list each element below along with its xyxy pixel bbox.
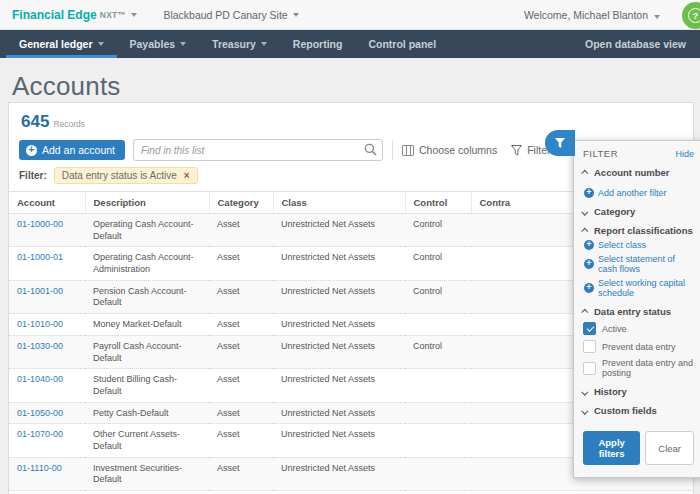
filter-tag[interactable]: Data entry status is Active × [54, 167, 198, 184]
filter-panel-toggle[interactable] [545, 130, 575, 156]
table-cell [405, 457, 471, 490]
table-cell: Permanently Restricted Net Assets [273, 491, 405, 494]
add-account-button[interactable]: + Add an account [19, 140, 125, 160]
nav-item-label: Payables [130, 38, 176, 50]
nav-item-general-ledger[interactable]: General ledger [6, 30, 117, 58]
table-cell [405, 402, 471, 424]
filter-section-label: Custom fields [594, 405, 657, 416]
chevron-down-icon [98, 42, 104, 46]
search-input[interactable] [133, 139, 383, 161]
column-header-category[interactable]: Category [209, 192, 273, 214]
nav-item-control-panel[interactable]: Control panel [355, 30, 449, 58]
table-cell: Asset [209, 424, 273, 457]
toolbar-divider [392, 140, 393, 160]
filter-section-label: Account number [594, 167, 669, 178]
table-cell: Unrestricted Net Assets [273, 314, 405, 336]
checkbox-label: Prevent data entry [602, 342, 676, 352]
site-selector[interactable]: Blackbaud PD Canary Site [163, 9, 287, 21]
plus-circle-icon: + [584, 188, 594, 198]
account-link[interactable]: 01-1110-00 [9, 457, 85, 490]
checkbox-active[interactable]: Active [583, 322, 694, 335]
account-link[interactable]: 01-1000-01 [9, 247, 85, 280]
filter-actions: Apply filters Clear [583, 431, 694, 465]
account-link[interactable]: 01-1050-00 [9, 402, 85, 424]
filter-section-custom-fields[interactable]: Custom fields [583, 405, 694, 416]
filter-section-data-entry-status[interactable]: Data entry status [583, 306, 694, 317]
column-header-description[interactable]: Description [85, 192, 209, 214]
table-cell: Asset [209, 314, 273, 336]
account-link[interactable]: 01-1120-00 [9, 491, 85, 494]
chevron-down-icon [581, 408, 588, 415]
table-cell: Investment Securities-Default [85, 457, 209, 490]
filter-section-category[interactable]: Category [583, 206, 694, 217]
table-cell: Petty Cash-Default [85, 402, 209, 424]
checkbox-unchecked-icon[interactable] [583, 362, 596, 375]
table-cell: Asset [209, 247, 273, 280]
account-link[interactable]: 01-1001-00 [9, 280, 85, 313]
column-header-control[interactable]: Control [405, 192, 471, 214]
brand-logo: Financial Edge [12, 8, 97, 22]
help-button[interactable]: ? [682, 2, 700, 29]
filter-section-history[interactable]: History [583, 386, 694, 397]
open-database-view-link[interactable]: Open database view [577, 30, 694, 58]
account-link[interactable]: 01-1070-00 [9, 424, 85, 457]
table-cell: Unrestricted Net Assets [273, 457, 405, 490]
plus-icon: + [26, 145, 37, 156]
table-cell [405, 369, 471, 402]
plus-circle-icon: + [584, 240, 594, 250]
topbar-right: Welcome, Michael Blanton ? [524, 9, 688, 21]
funnel-icon [554, 137, 566, 149]
remove-filter-icon[interactable]: × [184, 170, 190, 181]
select-statement-of-cash-flows-link[interactable]: +Select statement of cash flows [584, 254, 694, 274]
funnel-icon [511, 145, 522, 156]
checkbox-label: Prevent data entry and posting [602, 358, 694, 378]
nav-item-label: Treasury [212, 38, 256, 50]
chevron-down-icon[interactable] [293, 13, 299, 17]
table-cell [471, 491, 693, 494]
table-row[interactable]: 01-1120-00Short-term Investments-Default… [9, 491, 693, 494]
table-cell: Asset [209, 280, 273, 313]
table-cell: Asset [209, 335, 273, 368]
account-link[interactable]: 01-1000-00 [9, 214, 85, 247]
account-link[interactable]: 01-1010-00 [9, 314, 85, 336]
account-link[interactable]: 01-1030-00 [9, 335, 85, 368]
table-cell: Asset [209, 491, 273, 494]
filter-section-label: Data entry status [594, 306, 671, 317]
filter-label: Filter: [19, 170, 47, 181]
checkbox-prevent-data-entry-and-posting[interactable]: Prevent data entry and posting [583, 358, 694, 378]
select-working-capital-schedule-link[interactable]: +Select working capital schedule [584, 278, 694, 298]
table-cell: Asset [209, 457, 273, 490]
account-link[interactable]: 01-1040-00 [9, 369, 85, 402]
apply-filters-button[interactable]: Apply filters [583, 431, 640, 465]
chevron-up-icon [581, 228, 588, 235]
clear-filters-button[interactable]: Clear [645, 431, 694, 465]
filter-section-account-number[interactable]: Account number [583, 167, 694, 178]
add-another-filter-link[interactable]: +Add another filter [584, 188, 694, 198]
filter-section-report-classifications[interactable]: Report classifications [583, 225, 694, 236]
chevron-down-icon [581, 209, 588, 216]
choose-columns-button[interactable]: Choose columns [402, 144, 497, 156]
table-cell: Asset [209, 402, 273, 424]
column-header-class[interactable]: Class [273, 192, 405, 214]
column-header-account[interactable]: Account [9, 192, 85, 214]
chevron-down-icon [180, 42, 186, 46]
table-cell: Operating Cash Account-Default [85, 214, 209, 247]
filter-section-label: History [594, 386, 627, 397]
checkbox-unchecked-icon[interactable] [583, 340, 596, 353]
hide-panel-link[interactable]: Hide [675, 149, 694, 159]
table-cell: Other Current Assets-Default [85, 424, 209, 457]
nav-item-label: Control panel [368, 38, 436, 50]
nav-item-treasury[interactable]: Treasury [199, 30, 280, 58]
filter-tag-text: Data entry status is Active [62, 170, 177, 181]
nav-item-reporting[interactable]: Reporting [280, 30, 356, 58]
chevron-down-icon[interactable] [131, 13, 137, 17]
select-class-link[interactable]: +Select class [584, 240, 694, 250]
checkbox-prevent-data-entry[interactable]: Prevent data entry [583, 340, 694, 353]
nav-item-payables[interactable]: Payables [117, 30, 200, 58]
nav-items: General ledgerPayablesTreasuryReportingC… [6, 30, 449, 58]
checkbox-checked-icon[interactable] [583, 322, 596, 335]
record-count: 645 [21, 112, 49, 132]
table-cell: Short-term Investments-Default [85, 491, 209, 494]
user-menu[interactable]: Welcome, Michael Blanton [524, 9, 660, 21]
chevron-down-icon [654, 15, 660, 19]
